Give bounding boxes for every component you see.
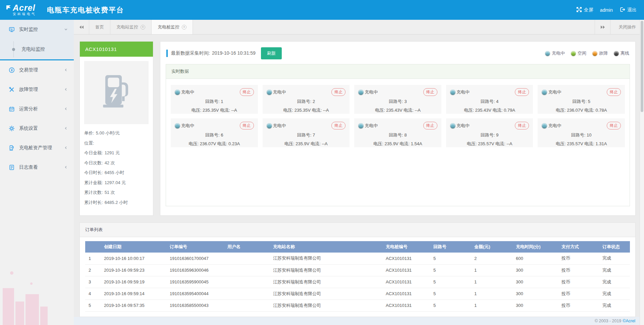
charging-status-icon — [450, 123, 455, 128]
legend-offline: 离线 — [614, 50, 629, 56]
logo-flag-icon — [6, 5, 11, 11]
chevron-left-icon — [64, 87, 68, 92]
sidebar-item-station-monitor[interactable]: 充电站监控 — [0, 39, 74, 59]
chevron-left-icon — [64, 145, 68, 151]
channel-metrics: 电压: 235.43V 电流: --A — [358, 107, 437, 113]
stat-today-duration: 今日时长:6455 小时 — [84, 168, 149, 178]
circuit-number: 回路号: 10 — [542, 132, 621, 138]
user-menu[interactable]: admin — [600, 7, 613, 13]
monitor-panel: 最新数据采集时间:2019-10-16 10:31:59 刷新 充电中 空闲 故… — [160, 41, 636, 216]
order-row[interactable]: 22019-10-16 09:59:231910163596300046江苏安科… — [85, 264, 630, 276]
channel-status: 充电中 — [273, 123, 286, 129]
realtime-data-title: 实时数据 — [166, 64, 630, 79]
calendar-icon — [9, 106, 15, 112]
charging-status-icon — [450, 90, 455, 95]
gear-icon — [9, 125, 15, 131]
channel-card-6: 充电中终止 回路号: 6 电压: 236.07V 电流: 0.23A — [171, 118, 258, 147]
tab-home[interactable]: 首页 — [89, 20, 110, 34]
tab-close-icon[interactable]: × — [182, 25, 186, 30]
charging-status-icon — [358, 123, 364, 128]
sidebar-decoration — [0, 261, 74, 325]
stat-total-count: 累计次数:51 次 — [84, 187, 149, 198]
col-payment: 支付方式 — [558, 241, 599, 253]
logout-icon — [620, 7, 625, 13]
channel-metrics: 电压: 235.9V 电流: --A — [267, 141, 346, 147]
chevron-down-icon — [64, 27, 68, 32]
channel-card-7: 充电中终止 回路号: 7 电压: 235.9V 电流: --A — [263, 118, 350, 147]
tab-label: 充电站监控 — [116, 24, 138, 30]
pile-info-panel: ACX1010131 — [79, 41, 153, 216]
logo-text-block: Acrel 安科瑞电气 — [13, 4, 36, 16]
col-pile: 充电桩编号 — [382, 241, 430, 253]
order-row[interactable]: 12019-10-16 10:00:171910163601700047江苏安科… — [85, 253, 630, 264]
tools-icon — [9, 87, 15, 93]
sidebar-item-transactions[interactable]: ¥ 交易管理 — [0, 60, 74, 80]
chevron-left-icon — [64, 126, 68, 131]
channel-card-1: 充电中终止 回路号: 1 电压: 235.35V 电流: --A — [171, 85, 258, 114]
terminate-button[interactable]: 终止 — [240, 122, 254, 129]
channel-status: 充电中 — [181, 89, 194, 95]
charging-status-icon — [267, 123, 272, 128]
refresh-button[interactable]: 刷新 — [261, 47, 282, 59]
tab-label: 充电桩监控 — [158, 24, 179, 30]
scrollbar-thumb[interactable] — [641, 21, 643, 112]
chevron-left-icon — [64, 67, 68, 73]
circuit-number: 回路号: 7 — [267, 132, 346, 138]
order-row[interactable]: 42019-10-16 09:59:141910163595400044江苏安科… — [85, 288, 630, 300]
terminate-button[interactable]: 终止 — [515, 88, 529, 96]
order-row[interactable]: 32019-10-16 09:59:191910163595900045江苏安科… — [85, 276, 630, 288]
offline-status-icon — [614, 51, 619, 56]
tabs-scroll-left-button[interactable] — [74, 20, 89, 34]
page-scrollbar[interactable] — [640, 20, 644, 325]
terminate-button[interactable]: 终止 — [423, 122, 437, 129]
orders-title: 订单列表 — [80, 223, 635, 237]
legend-fault: 故障 — [592, 50, 608, 56]
fullscreen-button[interactable]: 全屏 — [576, 7, 593, 13]
terminate-button[interactable]: 终止 — [423, 88, 437, 96]
channel-metrics: 电压: 236.07V 电流: 0.23A — [175, 141, 254, 147]
channel-status: 充电中 — [457, 123, 470, 129]
tab-label: 首页 — [95, 24, 104, 30]
col-station: 充电站名称 — [270, 241, 382, 253]
orders-header-row: 创建日期 订单编号 用户名 充电站名称 充电桩编号 回路号 金额(元) 充电时间… — [85, 241, 630, 253]
channel-metrics: 电压: 236.07V 电流: 0.78A — [542, 107, 621, 113]
col-order-no: 订单编号 — [166, 241, 224, 253]
terminate-button[interactable]: 终止 — [515, 122, 529, 129]
channel-card-3: 充电中终止 回路号: 3 电压: 235.43V 电流: --A — [354, 85, 441, 114]
tab-close-icon[interactable]: × — [141, 25, 145, 30]
brand-link[interactable]: ©Acrel — [623, 319, 635, 323]
logout-button[interactable]: 退出 — [620, 7, 637, 13]
sidebar-item-asset-management[interactable]: 充电桩资产管理 — [0, 138, 74, 158]
page-title: 电瓶车充电桩收费平台 — [47, 5, 124, 15]
terminate-button[interactable]: 终止 — [240, 88, 254, 96]
terminate-button[interactable]: 终止 — [607, 122, 621, 129]
sidebar-item-faults[interactable]: 故障管理 — [0, 80, 74, 99]
circuit-number: 回路号: 8 — [358, 132, 437, 138]
sidebar-item-settings[interactable]: 系统设置 — [0, 119, 74, 138]
tab-bar: 首页 充电站监控 × 充电桩监控 × 关闭操作 — [74, 20, 644, 35]
close-operations-button[interactable]: 关闭操作 — [610, 20, 644, 34]
col-index — [85, 241, 101, 253]
sidebar-item-realtime-monitor[interactable]: 实时监控 — [0, 20, 74, 39]
sidebar-item-analytics[interactable]: 运营分析 — [0, 99, 74, 119]
sidebar-item-label: 故障管理 — [19, 87, 64, 93]
svg-text:¥: ¥ — [11, 68, 13, 72]
col-amount: 金额(元) — [471, 241, 513, 253]
logo-wordmark: Acrel — [13, 4, 36, 12]
terminate-button[interactable]: 终止 — [607, 88, 621, 96]
sidebar-item-logs[interactable]: 日志查看 — [0, 158, 74, 177]
channel-status: 充电中 — [181, 123, 194, 129]
idle-status-icon — [571, 51, 576, 56]
tab-pile-monitor[interactable]: 充电桩监控 × — [152, 20, 193, 34]
tab-station-monitor[interactable]: 充电站监控 × — [110, 20, 152, 34]
order-row[interactable]: 52019-10-16 09:57:351910163585500043江苏安科… — [85, 300, 630, 311]
channel-status: 充电中 — [548, 89, 561, 95]
charging-status-icon — [358, 90, 364, 95]
pile-stats: 单价:5.00 小时/元 位置: 今日金额:1291 元 今日次数:42 次 今… — [84, 128, 149, 207]
terminate-button[interactable]: 终止 — [331, 122, 345, 129]
legend-charging: 充电中 — [545, 50, 565, 56]
stat-location: 位置: — [84, 138, 149, 148]
channel-card-10: 充电中终止 回路号: 10 电压: 235.57V 电流: 1.31A — [538, 118, 625, 147]
terminate-button[interactable]: 终止 — [331, 88, 345, 96]
tabs-scroll-right-button[interactable] — [595, 20, 610, 34]
